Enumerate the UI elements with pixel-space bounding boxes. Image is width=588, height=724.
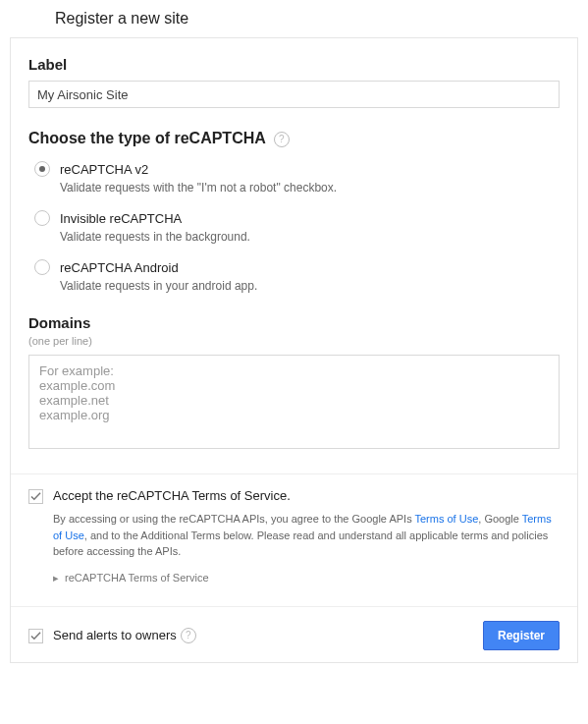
radio-item-v2: reCAPTCHA v2 Validate requests with the … xyxy=(34,161,560,195)
radio-label-v2: reCAPTCHA v2 xyxy=(60,162,148,177)
radio-desc-v2: Validate requests with the "I'm not a ro… xyxy=(60,181,560,195)
page-title: Register a new site xyxy=(55,10,578,28)
terms-desc-prefix: By accessing or using the reCAPTCHA APIs… xyxy=(53,513,415,525)
footer-row: Send alerts to owners ? Register xyxy=(28,621,560,650)
divider-2 xyxy=(11,606,577,607)
help-icon[interactable]: ? xyxy=(181,628,196,643)
radio-desc-android: Validate requests in your android app. xyxy=(60,279,560,293)
label-input[interactable] xyxy=(28,81,560,108)
terms-checkbox[interactable] xyxy=(28,489,43,504)
terms-link-apis[interactable]: Terms of Use xyxy=(415,513,479,525)
domains-section: Domains (one per line) xyxy=(28,314,560,452)
radio-item-invisible: Invisible reCAPTCHA Validate requests in… xyxy=(34,210,560,244)
domains-textarea[interactable] xyxy=(28,355,560,449)
label-section: Label xyxy=(28,56,560,108)
domains-heading: Domains xyxy=(28,314,560,331)
radio-button-invisible[interactable] xyxy=(34,210,50,226)
radio-button-android[interactable] xyxy=(34,259,50,275)
radio-label-invisible: Invisible reCAPTCHA xyxy=(60,211,182,226)
terms-section: Accept the reCAPTCHA Terms of Service. B… xyxy=(28,488,560,585)
radio-item-android: reCAPTCHA Android Validate requests in y… xyxy=(34,259,560,293)
chevron-right-icon: ▸ xyxy=(53,572,59,585)
divider xyxy=(11,473,577,474)
terms-desc-suffix: , and to the Additional Terms below. Ple… xyxy=(53,529,548,558)
check-icon xyxy=(30,491,41,502)
recaptcha-type-radio-group: reCAPTCHA v2 Validate requests with the … xyxy=(34,161,560,293)
radio-label-android: reCAPTCHA Android xyxy=(60,260,179,275)
type-heading-text: Choose the type of reCAPTCHA xyxy=(28,130,265,146)
register-panel: Label Choose the type of reCAPTCHA ? reC… xyxy=(10,37,578,663)
type-section: Choose the type of reCAPTCHA ? reCAPTCHA… xyxy=(28,130,560,293)
terms-expand-toggle[interactable]: ▸ reCAPTCHA Terms of Service xyxy=(53,572,560,585)
alerts-checkbox[interactable] xyxy=(28,629,43,643)
terms-collapsed-label: reCAPTCHA Terms of Service xyxy=(65,572,209,584)
terms-description: By accessing or using the reCAPTCHA APIs… xyxy=(53,511,560,560)
domains-hint: (one per line) xyxy=(28,335,560,347)
label-heading: Label xyxy=(28,56,560,73)
radio-button-v2[interactable] xyxy=(34,161,50,177)
type-heading: Choose the type of reCAPTCHA ? xyxy=(28,130,560,147)
help-icon[interactable]: ? xyxy=(274,132,290,147)
radio-desc-invisible: Validate requests in the background. xyxy=(60,230,560,244)
alerts-line: Send alerts to owners ? xyxy=(28,628,196,643)
terms-desc-mid: , Google xyxy=(478,513,521,525)
register-button[interactable]: Register xyxy=(483,621,560,650)
terms-label: Accept the reCAPTCHA Terms of Service. xyxy=(53,488,560,503)
check-icon xyxy=(30,631,41,641)
alerts-label: Send alerts to owners xyxy=(53,628,177,642)
